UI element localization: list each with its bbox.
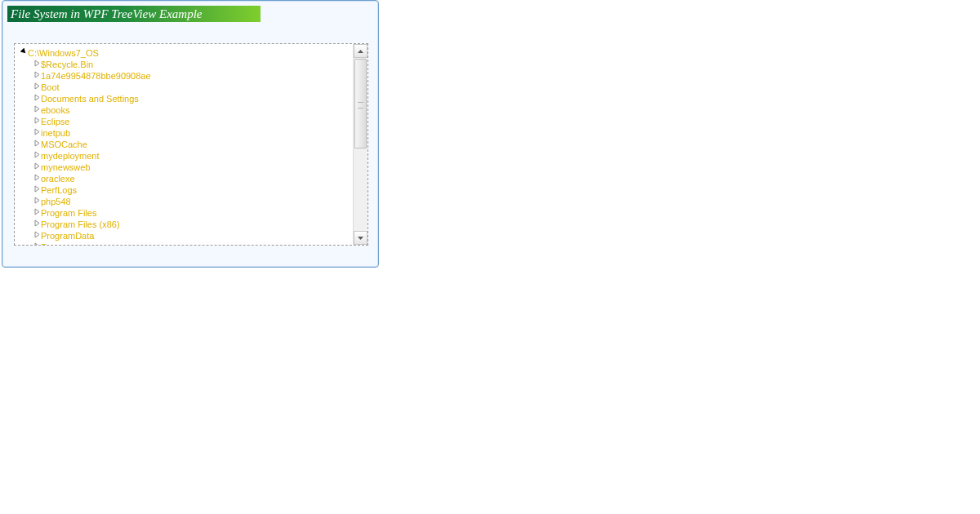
expander-icon[interactable]	[33, 93, 41, 104]
scroll-thumb[interactable]	[354, 59, 367, 148]
treeview-container: C:\Windows7_OS $Recycle.Bin1a74e9954878b…	[14, 43, 368, 246]
tree-node-label: inetpub	[41, 127, 70, 139]
expander-icon[interactable]	[33, 173, 41, 184]
tree-node-label: MSOCache	[41, 139, 87, 150]
tree-node[interactable]: MSOCache	[33, 139, 351, 150]
tree-node[interactable]: mynewsweb	[33, 162, 351, 173]
tree-node-label: Boot	[41, 82, 60, 93]
tree-node[interactable]: $Recycle.Bin	[33, 59, 351, 70]
expander-icon[interactable]	[33, 116, 41, 127]
tree-node-label: C:\Windows7_OS	[28, 47, 99, 59]
app-window: File System in WPF TreeView Example C:\W…	[2, 0, 379, 268]
tree-node-label: mydeployment	[41, 150, 100, 162]
page-title: File System in WPF TreeView Example	[7, 6, 261, 22]
expander-icon[interactable]	[33, 219, 41, 230]
tree-node-label: ebooks	[41, 104, 69, 116]
expander-icon[interactable]	[33, 127, 41, 139]
tree-node[interactable]: oraclexe	[33, 173, 351, 184]
tree-node-label: oraclexe	[41, 173, 75, 184]
scroll-up-button[interactable]	[354, 44, 368, 58]
tree-node-label: 1a74e9954878bbe90908ae	[41, 70, 151, 82]
expander-icon[interactable]	[33, 70, 41, 82]
tree-node[interactable]: inetpub	[33, 127, 351, 139]
tree-node-label: Documents and Settings	[41, 93, 139, 104]
tree-node[interactable]: ebooks	[33, 104, 351, 116]
tree-node[interactable]: PerfLogs	[33, 184, 351, 196]
tree-node-label: php548	[41, 196, 71, 207]
treeview-viewport[interactable]: C:\Windows7_OS $Recycle.Bin1a74e9954878b…	[15, 44, 353, 245]
vertical-scrollbar[interactable]	[353, 44, 368, 245]
tree-node[interactable]: Documents and Settings	[33, 93, 351, 104]
tree-node-label: Program Files (x86)	[41, 219, 120, 230]
tree-node[interactable]: Eclipse	[33, 116, 351, 127]
expander-icon[interactable]	[33, 241, 41, 245]
tree-node-label: mynewsweb	[41, 162, 91, 173]
tree-node[interactable]: Program Files	[33, 207, 351, 219]
tree-node-root[interactable]: C:\Windows7_OS	[20, 47, 351, 59]
expander-icon[interactable]	[33, 230, 41, 241]
expander-icon[interactable]	[33, 162, 41, 173]
expander-icon[interactable]	[33, 139, 41, 150]
tree-node[interactable]: mydeployment	[33, 150, 351, 162]
tree-node[interactable]: ProgramData	[33, 230, 351, 241]
tree-node-label: Eclipse	[41, 116, 69, 127]
tree-node[interactable]: Program Files (x86)	[33, 219, 351, 230]
expander-icon[interactable]	[33, 104, 41, 116]
page-title-text: File System in WPF TreeView Example	[11, 7, 203, 20]
tree-node-label: ProgramData	[41, 230, 94, 241]
expander-icon[interactable]	[33, 184, 41, 196]
tree-node-label: $Recycle.Bin	[41, 59, 93, 70]
expander-icon[interactable]	[33, 207, 41, 219]
tree-node[interactable]: Recovery	[33, 241, 351, 245]
treeview-root: C:\Windows7_OS $Recycle.Bin1a74e9954878b…	[20, 47, 351, 245]
expander-icon[interactable]	[20, 47, 28, 59]
tree-node-label: PerfLogs	[41, 184, 77, 196]
tree-node[interactable]: php548	[33, 196, 351, 207]
tree-children: $Recycle.Bin1a74e9954878bbe90908aeBootDo…	[20, 59, 351, 245]
tree-node-label: Program Files	[41, 207, 96, 219]
tree-node[interactable]: Boot	[33, 82, 351, 93]
tree-node[interactable]: 1a74e9954878bbe90908ae	[33, 70, 351, 82]
expander-icon[interactable]	[33, 196, 41, 207]
expander-icon[interactable]	[33, 59, 41, 70]
scroll-down-button[interactable]	[354, 231, 368, 245]
expander-icon[interactable]	[33, 150, 41, 162]
expander-icon[interactable]	[33, 82, 41, 93]
tree-node-label: Recovery	[41, 241, 78, 245]
